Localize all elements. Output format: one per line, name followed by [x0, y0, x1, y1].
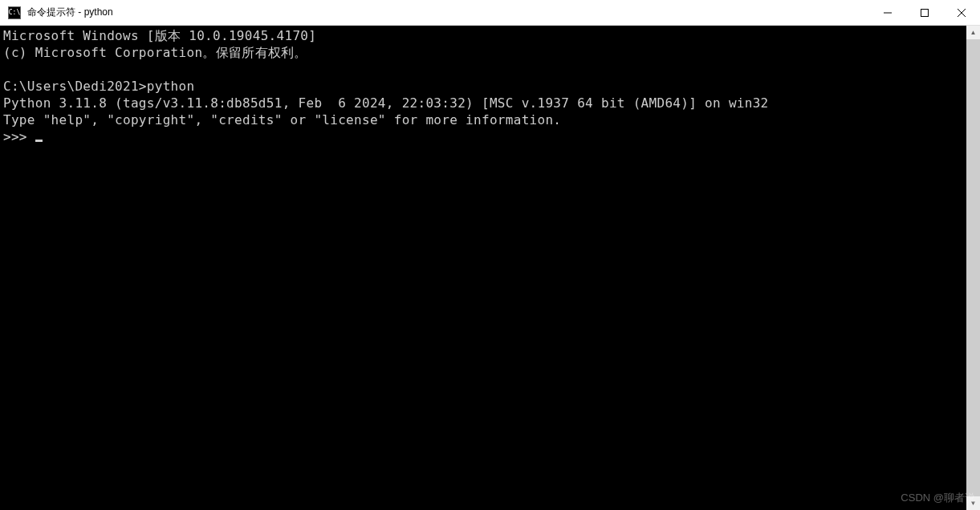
svg-rect-1: [921, 9, 929, 16]
terminal-line: C:\Users\Dedi2021>python: [3, 79, 194, 94]
titlebar-left: C:\ 命令提示符 - python: [0, 6, 113, 19]
close-icon: [958, 9, 966, 17]
terminal-line: Microsoft Windows [版本 10.0.19045.4170]: [3, 28, 316, 43]
cursor: [35, 140, 43, 142]
window: C:\ 命令提示符 - python Microsoft Windows [版本…: [0, 0, 980, 510]
titlebar[interactable]: C:\ 命令提示符 - python: [0, 0, 980, 26]
maximize-button[interactable]: [906, 0, 943, 25]
close-button[interactable]: [943, 0, 980, 25]
terminal-line: Type "help", "copyright", "credits" or "…: [3, 112, 561, 128]
terminal-line: (c) Microsoft Corporation。保留所有权利。: [3, 45, 307, 60]
scroll-down-arrow-icon[interactable]: ▼: [966, 496, 980, 510]
cmd-icon: C:\: [8, 6, 21, 19]
scroll-up-arrow-icon[interactable]: ▲: [966, 26, 980, 39]
terminal-area: Microsoft Windows [版本 10.0.19045.4170] (…: [0, 26, 980, 510]
terminal-prompt: >>>: [3, 129, 35, 144]
scrollbar[interactable]: ▲ ▼: [966, 26, 980, 510]
terminal[interactable]: Microsoft Windows [版本 10.0.19045.4170] (…: [0, 26, 966, 510]
minimize-button[interactable]: [869, 0, 906, 25]
window-title: 命令提示符 - python: [27, 6, 113, 19]
scroll-thumb[interactable]: [966, 39, 980, 496]
window-controls: [869, 0, 980, 25]
minimize-icon: [884, 9, 892, 17]
maximize-icon: [921, 9, 929, 17]
terminal-line: Python 3.11.8 (tags/v3.11.8:db85d51, Feb…: [3, 95, 769, 111]
